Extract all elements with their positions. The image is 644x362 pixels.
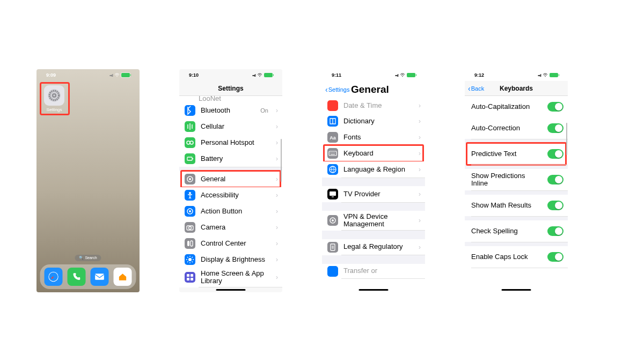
book-icon [327, 116, 338, 127]
row-camera[interactable]: Camera› [179, 219, 282, 235]
row-label: Accessibility [201, 191, 270, 199]
row-personal-hotspot[interactable]: Personal Hotspot› [179, 135, 282, 151]
row-predictive-text[interactable]: Predictive Text [465, 143, 568, 165]
status-bar: 9:11 ••ıl [322, 69, 425, 81]
svg-rect-24 [191, 274, 193, 277]
svg-point-8 [259, 76, 260, 77]
screen-home: 9:09 ••ıl Settings 🔍 Search [36, 69, 140, 292]
row-action-button[interactable]: Action Button› [179, 203, 282, 219]
row-dictionary[interactable]: Dictionary› [322, 113, 425, 129]
mail-icon[interactable] [91, 268, 109, 286]
cc-icon [185, 238, 195, 249]
chevron-right-icon: › [276, 139, 278, 146]
row-label: Keyboard [343, 150, 413, 157]
svg-rect-12 [193, 158, 194, 159]
toggle-switch[interactable] [547, 252, 564, 262]
row-vpn-device-management[interactable]: VPN & Device Management› [322, 211, 425, 231]
back-button[interactable]: ‹Settings [325, 85, 349, 94]
home-indicator[interactable] [502, 289, 531, 291]
row-battery[interactable]: Battery› [179, 151, 282, 167]
status-time: 9:11 [332, 72, 341, 78]
row-show-math-results[interactable]: Show Math Results [465, 195, 568, 216]
row-tv-provider[interactable]: TV Provider› [322, 186, 425, 202]
toggle-switch[interactable] [547, 175, 564, 184]
chevron-right-icon: › [419, 166, 421, 173]
row-keyboard[interactable]: Keyboard› [322, 145, 425, 161]
signal-icon: ••ıl [538, 73, 541, 78]
chevron-right-icon: › [276, 274, 278, 281]
row-cellular[interactable]: Cellular› [179, 119, 282, 135]
scroll-indicator [281, 139, 282, 182]
navbar-title: General [351, 84, 389, 95]
row-label: Camera [201, 224, 270, 231]
toggle-switch[interactable] [547, 201, 564, 210]
row-auto-correction[interactable]: Auto-Correction [465, 117, 568, 139]
chevron-right-icon: › [419, 243, 421, 251]
screen-settings: 9:10 ••ıl Settings LooNetBluetoothOn›Cel… [179, 69, 282, 292]
safari-icon[interactable] [45, 268, 63, 286]
keyboards-list[interactable]: Auto-CapitalizationAuto-CorrectionPredic… [465, 96, 568, 268]
row-home-screen-app-library[interactable]: Home Screen & App Library› [179, 268, 282, 287]
chevron-right-icon: › [276, 240, 278, 247]
screen-keyboards: 9:12 ••ıl ‹Back Keyboards Auto-Capitaliz… [465, 69, 568, 292]
toggle-switch[interactable] [547, 226, 564, 236]
chevron-right-icon: › [419, 134, 421, 141]
svg-rect-11 [187, 157, 192, 160]
phone-icon[interactable] [68, 268, 86, 286]
sun-icon [185, 254, 195, 265]
row-label: TV Provider [343, 190, 413, 198]
row-display-brightness[interactable]: Display & Brightness› [179, 252, 282, 268]
row-show-predictions-inline[interactable]: Show Predictions Inline [465, 169, 568, 190]
row-label: Legal & Regulatory [343, 243, 413, 250]
svg-rect-20 [187, 241, 189, 246]
bt-icon [185, 105, 195, 116]
battery-icon [121, 73, 130, 77]
row-language-region[interactable]: Language & Region› [322, 161, 425, 178]
spotlight-search[interactable]: 🔍 Search [75, 255, 101, 261]
svg-rect-26 [191, 278, 193, 280]
row-bluetooth[interactable]: BluetoothOn› [179, 102, 282, 119]
row-label: Home Screen & App Library [201, 270, 270, 285]
signal-icon: ••ıl [395, 73, 398, 78]
row-accessibility[interactable]: Accessibility› [179, 187, 282, 203]
row-legal-regulatory[interactable]: Legal & Regulatory› [322, 239, 425, 255]
status-time: 9:10 [189, 72, 199, 78]
back-button[interactable]: ‹Back [468, 84, 484, 93]
home-indicator[interactable] [216, 289, 246, 291]
chevron-right-icon: › [276, 208, 278, 215]
home-indicator[interactable] [359, 289, 389, 291]
home-icon[interactable] [114, 268, 132, 286]
general-list[interactable]: Date & Time›Dictionary›AaFonts›Keyboard›… [322, 98, 425, 279]
status-bar: 9:12 ••ıl [465, 69, 568, 81]
row-label: Action Button [201, 208, 270, 215]
settings-list[interactable]: LooNetBluetoothOn›Cellular›Personal Hots… [179, 96, 282, 287]
row-label: Predictive Text [471, 150, 542, 158]
toggle-switch[interactable] [547, 149, 564, 159]
navbar: Settings [179, 81, 282, 96]
row-enable-caps-lock[interactable]: Enable Caps Lock [465, 246, 568, 268]
row-check-spelling[interactable]: Check Spelling [465, 220, 568, 242]
svg-point-0 [116, 76, 118, 77]
row-general[interactable]: General› [179, 171, 282, 187]
toggle-switch[interactable] [547, 123, 564, 133]
row-label: VPN & Device Management [343, 213, 413, 228]
row-label: Enable Caps Lock [471, 253, 542, 261]
svg-rect-21 [191, 241, 193, 246]
row-control-center[interactable]: Control Center› [179, 235, 282, 252]
Aa-icon: Aa [327, 132, 338, 143]
svg-rect-25 [187, 278, 189, 280]
row-label: General [201, 175, 270, 183]
row-label: Show Math Results [471, 202, 542, 209]
chevron-right-icon: › [276, 155, 278, 162]
svg-point-33 [332, 219, 334, 221]
row-fonts[interactable]: AaFonts› [322, 129, 425, 145]
toggle-switch[interactable] [547, 102, 564, 112]
row-auto-capitalization[interactable]: Auto-Capitalization [465, 96, 568, 117]
wifi-icon [114, 73, 120, 77]
svg-point-17 [189, 210, 191, 212]
chevron-right-icon: › [276, 224, 278, 231]
wifi-icon [400, 73, 405, 77]
ant-icon [185, 121, 195, 132]
chevron-right-icon: › [276, 175, 278, 183]
svg-point-15 [189, 192, 191, 194]
